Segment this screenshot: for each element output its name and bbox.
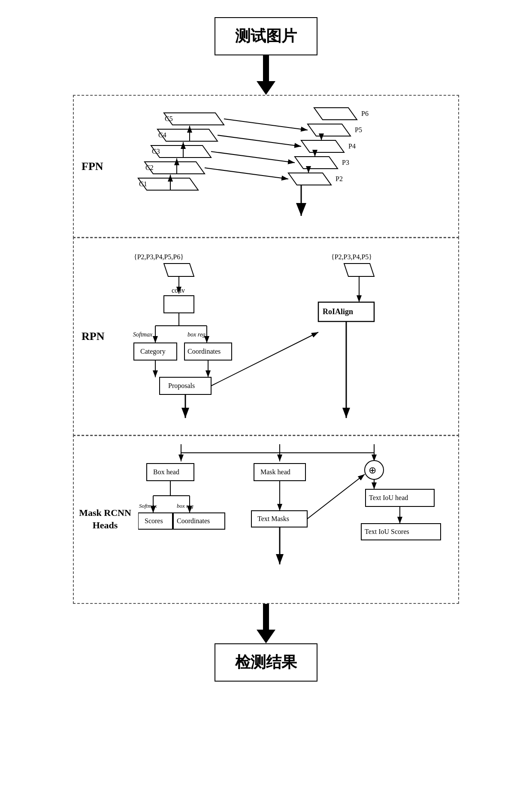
svg-marker-0	[164, 113, 224, 125]
svg-rect-45	[164, 296, 194, 313]
svg-text:Softmax: Softmax	[139, 503, 157, 509]
svg-text:C1: C1	[139, 180, 147, 188]
svg-text:Softmax: Softmax	[133, 331, 153, 338]
rpn-label: RPN	[82, 330, 104, 343]
rpn-diagram: {P2,P3,P4,P5,P6} {P2,P3,P4,P5} conv	[121, 246, 421, 427]
arrow-bottom	[257, 604, 275, 643]
maskrcnn-diagram: ⊕ Box head Mask head Text IoU head	[138, 444, 460, 594]
svg-text:Scores: Scores	[145, 517, 163, 524]
svg-text:P3: P3	[342, 159, 349, 166]
svg-line-22	[211, 152, 295, 163]
svg-marker-2	[157, 129, 218, 141]
svg-text:P4: P4	[348, 142, 356, 150]
svg-text:Text IoU head: Text IoU head	[369, 494, 408, 501]
svg-marker-8	[138, 178, 198, 190]
svg-text:Box head: Box head	[153, 468, 179, 476]
svg-marker-16	[295, 157, 338, 169]
svg-text:{P2,P3,P4,P5}: {P2,P3,P4,P5}	[331, 253, 372, 261]
svg-text:C2: C2	[145, 164, 154, 171]
svg-marker-40	[164, 264, 194, 276]
maskrcnn-label: Mask RCNN Heads	[77, 507, 133, 531]
input-image-box: 测试图片	[215, 17, 317, 55]
svg-text:box reg: box reg	[177, 503, 193, 509]
svg-marker-6	[145, 162, 205, 174]
svg-text:box reg: box reg	[187, 331, 206, 338]
main-diagram: 测试图片 FPN C5 C4 C3 C2	[73, 17, 459, 682]
svg-text:Coordinates: Coordinates	[177, 517, 210, 524]
svg-marker-12	[308, 124, 351, 136]
svg-line-20	[224, 119, 308, 130]
svg-line-23	[205, 168, 288, 179]
svg-text:Text Masks: Text Masks	[257, 515, 289, 522]
fpn-label: FPN	[82, 160, 103, 173]
arrow-top	[257, 55, 275, 95]
svg-text:Mask head: Mask head	[260, 468, 290, 476]
svg-marker-10	[314, 108, 357, 120]
svg-text:C4: C4	[158, 131, 166, 139]
svg-text:⊕: ⊕	[369, 465, 376, 476]
svg-text:RoIAlign: RoIAlign	[323, 307, 353, 316]
svg-text:Proposals: Proposals	[168, 382, 195, 390]
svg-marker-42	[344, 264, 374, 276]
svg-text:P5: P5	[355, 126, 362, 133]
svg-text:Text IoU Scores: Text IoU Scores	[365, 528, 409, 535]
svg-marker-14	[301, 140, 344, 152]
fpn-diagram: C5 C4 C3 C2 C1 P6 P5	[121, 104, 400, 229]
svg-marker-4	[151, 145, 211, 158]
svg-text:{P2,P3,P4,P5,P6}: {P2,P3,P4,P5,P6}	[134, 253, 184, 261]
svg-line-21	[218, 135, 301, 146]
svg-text:C5: C5	[165, 115, 173, 122]
svg-text:Coordinates: Coordinates	[187, 348, 221, 355]
svg-text:P6: P6	[361, 110, 369, 117]
output-result-box: 检测结果	[215, 643, 317, 682]
svg-marker-18	[288, 173, 331, 185]
svg-text:C3: C3	[152, 148, 160, 155]
svg-text:Category: Category	[140, 348, 166, 355]
svg-text:conv: conv	[172, 287, 185, 294]
svg-line-95	[307, 474, 365, 519]
svg-text:P2: P2	[336, 175, 343, 182]
